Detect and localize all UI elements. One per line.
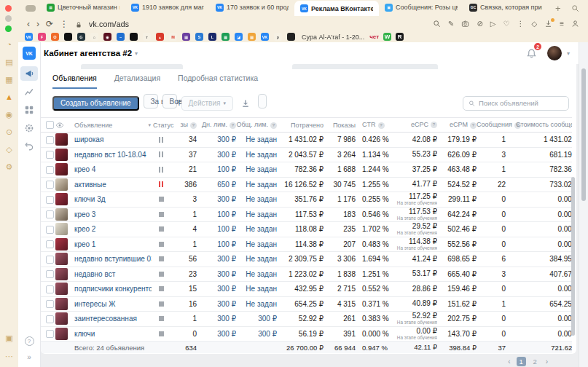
window-scrollbar-thumb[interactable] (581, 68, 586, 201)
bookmark-label[interactable]: Сура Al-A'raf - 1-20... (302, 33, 364, 41)
row-checkbox[interactable] (46, 196, 54, 204)
total-limit-link[interactable]: Не задан (246, 195, 277, 203)
row-checkbox[interactable] (46, 210, 54, 218)
row-checkbox[interactable] (46, 151, 54, 159)
table-row[interactable]: активные 386 650 ₽ Не задан 16 126.52 ₽ … (41, 178, 572, 193)
bookmark-favicon[interactable]: ◪ (235, 33, 243, 41)
export-download-icon[interactable] (238, 96, 254, 111)
status-filter-button[interactable]: Все активные▾ (162, 94, 177, 108)
send-icon[interactable]: ▷ (490, 20, 496, 28)
table-row[interactable]: подписчики конкурентов 15 300 ₽ Не задан… (41, 282, 572, 297)
bookmark-favicon[interactable]: VK (25, 33, 33, 41)
daily-limit-link[interactable]: 300 ₽ (217, 195, 236, 203)
ad-name-link[interactable]: ключи 3д (74, 195, 106, 203)
row-checkbox[interactable] (46, 181, 54, 189)
ad-thumbnail[interactable] (55, 283, 68, 295)
column-message-cost[interactable]: Стоимость сообщения? (516, 121, 572, 128)
cabinet-title[interactable]: Кабинет агентства #2 (44, 49, 132, 58)
extension-cube-icon[interactable]: ◇ (531, 20, 537, 28)
column-spent[interactable]: Потрачено (277, 122, 324, 129)
table-settings-gear-icon[interactable] (258, 94, 267, 108)
daily-limit-link[interactable]: 100 ₽ (217, 240, 236, 248)
bookmark-favicon[interactable]: т (143, 33, 151, 41)
ad-thumbnail[interactable] (55, 298, 68, 310)
total-limit-link[interactable]: Не задан (246, 165, 277, 173)
table-row[interactable]: интересы Ж 16 300 ₽ Не задан 654.25 ₽ 4 … (41, 297, 572, 312)
bookmark-favicon[interactable]: ◉ (103, 33, 111, 41)
overflow-dots-icon[interactable]: ⋮ (60, 19, 68, 29)
row-checkbox[interactable] (46, 285, 54, 293)
table-row[interactable]: крео 4 21 100 ₽ Не задан 782.36 ₽ 1 688 … (41, 162, 572, 178)
daily-limit-link[interactable]: 300 ₽ (217, 270, 236, 278)
camera-icon[interactable] (461, 20, 469, 28)
ad-name-link[interactable]: активные (74, 181, 106, 189)
eye-icon[interactable] (55, 121, 74, 130)
help-button[interactable]: ? (25, 336, 34, 346)
page-number-button[interactable]: 1 (517, 357, 526, 366)
back-button[interactable]: ‹ (27, 19, 30, 29)
bookmark-favicon[interactable]: S (195, 33, 203, 41)
row-checkbox[interactable] (46, 166, 54, 174)
ad-thumbnail[interactable] (55, 149, 68, 161)
ad-name-link[interactable]: крео 4 (74, 165, 95, 173)
bookmark-favicon[interactable]: р (274, 33, 282, 41)
period-filter-button[interactable]: За всё время (144, 94, 158, 108)
total-limit-link[interactable]: 300 ₽ (258, 330, 277, 338)
tab-search-icon[interactable] (571, 1, 579, 15)
ad-name-link[interactable]: крео 1 (74, 240, 95, 248)
tab-подробная статистика[interactable]: Подробная статистика (178, 74, 258, 89)
forward-button[interactable]: › (36, 19, 39, 29)
expand-sidebar-button[interactable]: » (27, 353, 31, 361)
flame-icon[interactable]: ▲ (5, 93, 13, 101)
help-icon[interactable]: ? (470, 122, 477, 129)
sidebar-item-statistics[interactable] (20, 84, 38, 99)
total-limit-link[interactable]: Не задан (246, 270, 277, 278)
bookmark-favicon[interactable]: L (208, 33, 216, 41)
browser-tab[interactable]: VK 1910 заявок для магазина а (125, 0, 210, 15)
profile-icon[interactable] (571, 20, 579, 28)
column-ecpc[interactable]: eCPC? (392, 122, 437, 128)
total-limit-link[interactable]: Не задан (246, 135, 277, 143)
bookmark-favicon[interactable]: M (169, 33, 177, 41)
ad-thumbnail[interactable] (55, 268, 68, 280)
column-status[interactable]: ▾Статус (152, 122, 170, 129)
bookmark-favicon[interactable]: ⌂ (90, 33, 98, 41)
clock-icon[interactable]: ⊙ (6, 128, 12, 136)
browser-tab[interactable]: VK Реклама ВКонтакте (294, 1, 379, 16)
bookmark-favicon[interactable]: ▦ (248, 33, 256, 41)
ad-thumbnail[interactable] (55, 208, 68, 221)
daily-limit-link[interactable]: 650 ₽ (217, 181, 236, 189)
daily-limit-link[interactable]: 100 ₽ (217, 210, 236, 218)
daily-limit-link[interactable]: 300 ₽ (217, 330, 236, 338)
ad-thumbnail[interactable] (55, 133, 68, 146)
ad-name-link[interactable]: недавно вст 10-18.04 (74, 151, 146, 159)
total-limit-link[interactable]: Не задан (246, 285, 277, 293)
ad-name-link[interactable]: ключи (74, 330, 95, 338)
table-vertical-scrollbar[interactable] (571, 177, 575, 336)
bookmark-favicon[interactable]: VK (261, 33, 269, 41)
column-messages[interactable]: Сообщения? (477, 121, 516, 128)
bookmark-favicon[interactable]: O (51, 33, 59, 41)
image-icon[interactable]: ▣ (5, 334, 12, 343)
table-row[interactable]: ключи 3д 3 300 ₽ Не задан 351.76 ₽ 1 176… (41, 192, 572, 208)
ad-name-link[interactable]: крео 3 (74, 210, 95, 218)
bookmark-favicon[interactable]: G (77, 33, 85, 41)
bookmark-favicon[interactable]: F (38, 33, 46, 41)
total-limit-link[interactable]: Не задан (246, 210, 277, 218)
daily-limit-link[interactable]: 300 ₽ (217, 285, 236, 293)
next-page-button[interactable]: › (546, 358, 548, 366)
page-number-button[interactable]: 2 (530, 357, 540, 366)
sidebar-item-apps[interactable] (20, 103, 38, 117)
bookmark-favicon[interactable]: ▦ (182, 33, 190, 41)
actions-button[interactable]: Действия▾ (181, 96, 233, 111)
vk-logo[interactable]: VK (23, 47, 36, 60)
table-row[interactable]: крео 3 1 100 ₽ Не задан 117.53 ₽ 183 0.5… (41, 208, 572, 223)
browser-tab[interactable]: ▣ Сообщения: Розы цветы до (379, 0, 463, 15)
bookmark-favicon[interactable]: ~ (117, 33, 125, 41)
row-checkbox[interactable] (46, 300, 54, 308)
total-limit-link[interactable]: Не задан (246, 151, 277, 159)
ad-thumbnail[interactable] (55, 163, 68, 175)
edit-icon[interactable]: ✎ (448, 20, 454, 28)
ad-thumbnail[interactable] (55, 223, 68, 235)
blocker-icon[interactable]: ⊘ (477, 20, 482, 28)
